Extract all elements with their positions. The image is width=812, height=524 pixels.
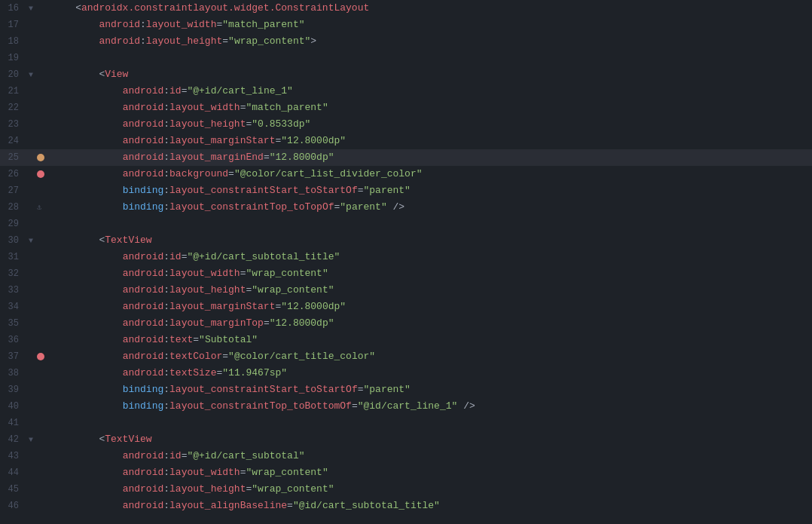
line-icons: ▼ [26, 71, 49, 79]
breakpoint-icon[interactable] [37, 170, 44, 178]
token-text-content [52, 118, 123, 130]
token-text-content: : [163, 85, 169, 97]
code-text: android:layout_marginStart="12.8000dp" [49, 299, 812, 315]
code-line-27: 27 binding:layout_constraintStart_toStar… [0, 182, 812, 199]
token-text-content: < [52, 234, 105, 246]
token-equals: = [264, 152, 270, 163]
token-attr-value: "wrap_content" [246, 467, 328, 478]
line-number: 42 [0, 434, 26, 445]
code-line-32: 32 android:layout_width="wrap_content" [0, 265, 812, 282]
code-text: android:layout_width="wrap_content" [49, 464, 812, 481]
token-tag: TextView [105, 234, 151, 246]
token-attr-name: android [123, 367, 164, 378]
line-number: 35 [0, 318, 26, 329]
token-attr-name: android [123, 483, 164, 495]
token-attr-value: "parent" [364, 384, 411, 395]
token-text-content: : [163, 467, 169, 478]
token-attr-name: android [123, 85, 164, 97]
code-line-33: 33 android:layout_height="wrap_content" [0, 282, 812, 299]
token-text-content [52, 85, 123, 97]
token-attr-value: "@id/cart_line_1" [358, 400, 458, 412]
token-text-content [52, 483, 123, 495]
line-number: 44 [0, 467, 26, 478]
code-text: android:id="@+id/cart_line_1" [49, 83, 812, 100]
line-number: 28 [0, 202, 26, 213]
token-attr-value: "wrap_content" [252, 483, 334, 495]
token-text-content: : [140, 19, 146, 30]
token-attr-name: textColor [169, 351, 222, 362]
token-text-content: : [163, 251, 169, 262]
code-text: binding:layout_constraintStart_toStartOf… [49, 382, 812, 398]
code-text: android:layout_marginTop="12.8000dp" [49, 315, 812, 332]
code-area: 16▼ <androidx.constraintlayout.widget.Co… [0, 0, 812, 524]
editor-container: 16▼ <androidx.constraintlayout.widget.Co… [0, 0, 812, 524]
token-attr-name: android [123, 251, 164, 262]
token-attr-name: id [169, 450, 182, 461]
token-text-content [52, 168, 123, 179]
token-text-content [52, 384, 123, 395]
code-line-31: 31 android:id="@+id/cart_subtotal_title" [0, 249, 812, 265]
fold-icon[interactable]: ▼ [26, 5, 35, 13]
token-text-content: < [52, 2, 81, 14]
token-tag: androidx.constraintlayout.widget.Constra… [81, 2, 369, 14]
token-attr-value: "Subtotal" [199, 334, 258, 345]
fold-icon[interactable]: ▼ [26, 71, 35, 79]
line-number: 18 [0, 36, 26, 47]
token-text-content: : [163, 351, 169, 362]
code-line-37: 37 android:textColor="@color/cart_title_… [0, 348, 812, 365]
line-icons [26, 170, 49, 178]
token-attr-name: layout_height [169, 284, 246, 296]
token-text-content: : [163, 334, 169, 345]
token-attr-name: android [123, 268, 164, 279]
code-line-40: 40 binding:layout_constraintTop_toBottom… [0, 398, 812, 415]
token-attr-name: android [123, 500, 164, 511]
token-binding-name: binding [123, 384, 164, 395]
fold-icon[interactable]: ▼ [26, 237, 35, 245]
token-equals: = [228, 168, 234, 179]
line-number: 20 [0, 69, 26, 80]
token-attr-value: "wrap_content" [246, 268, 328, 279]
token-equals: = [222, 35, 228, 47]
token-attr-name: android [123, 450, 164, 461]
token-attr-name: layout_marginStart [169, 135, 275, 146]
breakpoint-icon[interactable] [37, 353, 44, 360]
line-number: 21 [0, 86, 26, 97]
token-text-content: : [163, 168, 169, 179]
token-attr-name: layout_height [169, 118, 246, 130]
bookmark-icon[interactable] [37, 154, 44, 161]
code-line-22: 22 android:layout_width="match_parent" [0, 100, 812, 116]
token-attr-value: "@+id/cart_line_1" [187, 85, 292, 97]
token-text-content [52, 185, 123, 196]
line-number: 34 [0, 302, 26, 312]
token-attr-name: android [123, 334, 164, 345]
code-line-43: 43 android:id="@+id/cart_subtotal" [0, 448, 812, 464]
code-text: android:layout_height="wrap_content" [49, 282, 812, 299]
token-attr-name: layout_alignBaseline [169, 500, 287, 511]
code-line-41: 41 [0, 415, 812, 431]
token-attr-value: "12.8000dp" [270, 152, 334, 163]
token-tag: View [105, 69, 128, 80]
code-text: android:textColor="@color/cart_title_col… [49, 348, 812, 365]
token-text-content: > [310, 35, 316, 47]
line-number: 39 [0, 385, 26, 395]
token-text-content: : [163, 135, 169, 146]
token-text-content: : [163, 201, 169, 213]
token-attr-name: layout_width [169, 467, 240, 478]
fold-icon[interactable]: ▼ [26, 436, 35, 444]
token-attr-name: id [169, 251, 182, 262]
code-text: android:layout_width="wrap_content" [49, 265, 812, 282]
line-icons [26, 154, 49, 161]
token-text-content [52, 467, 123, 478]
code-line-24: 24 android:layout_marginStart="12.8000dp… [0, 133, 812, 149]
token-attr-value: "match_parent" [246, 102, 328, 113]
token-text-content: : [163, 500, 169, 511]
token-attr-value: "0.8533dp" [252, 118, 310, 130]
line-number: 36 [0, 335, 26, 345]
token-text-content: : [163, 450, 169, 461]
code-text: android:layout_height="wrap_content"> [49, 33, 812, 50]
code-text: binding:layout_constraintStart_toStartOf… [49, 182, 812, 199]
token-attr-name: layout_marginEnd [169, 152, 264, 163]
code-text: android:text="Subtotal" [49, 332, 812, 348]
code-line-34: 34 android:layout_marginStart="12.8000dp… [0, 299, 812, 315]
code-text: android:layout_height="0.8533dp" [49, 116, 812, 133]
